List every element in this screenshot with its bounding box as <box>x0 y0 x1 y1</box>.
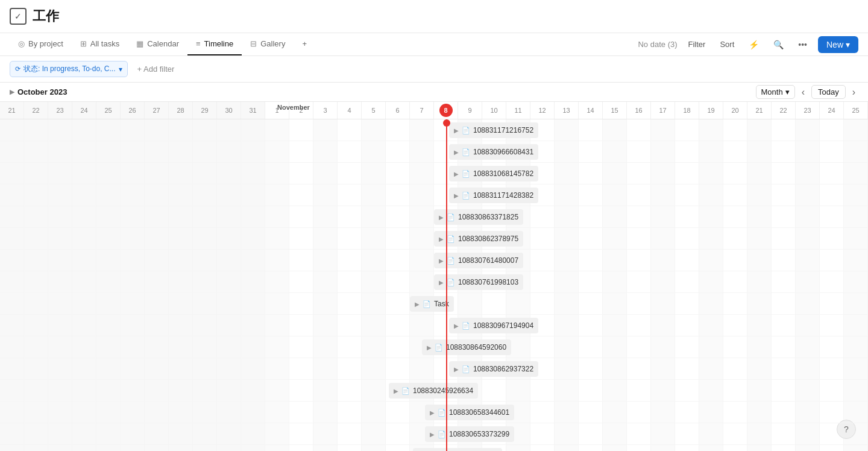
next-arrow[interactable]: › <box>849 86 858 99</box>
date-number: 25 <box>852 104 859 117</box>
task-expand-icon: ▶ <box>454 323 459 329</box>
add-filter-btn[interactable]: + Add filter <box>133 62 180 76</box>
date-cell-28: 28 <box>169 102 193 119</box>
date-number: 26 <box>128 104 136 117</box>
date-cell-1: 1 <box>265 102 289 119</box>
timeline-scroll-area: ▶📄108831171216752▶📄108830966608431▶📄1088… <box>0 119 868 451</box>
date-number: 25 <box>104 104 112 117</box>
task-item-5[interactable]: ▶📄108830862378975 <box>434 231 523 247</box>
task-row: ▶📄108830658344601 <box>0 402 868 423</box>
task-label: 108830862937322 <box>473 365 533 373</box>
expand-chevron-icon: ▶ <box>10 88 14 96</box>
tab-timeline[interactable]: ≡ Timeline <box>187 33 242 55</box>
month-chevron-icon: ▾ <box>785 87 790 96</box>
date-cell-24: 24 <box>72 102 96 119</box>
task-item-9[interactable]: ▶📄108830967194904 <box>449 318 538 333</box>
task-page-icon: 📄 <box>447 213 455 221</box>
task-item-11[interactable]: ▶📄108830862937322 <box>449 361 538 377</box>
date-cell-31: 31 <box>241 102 265 119</box>
task-row: ▶📄108830761480007 <box>0 250 868 271</box>
date-number: 27 <box>153 104 160 117</box>
task-row: ▶📄108830653373299 <box>0 423 868 445</box>
task-page-icon: 📄 <box>462 148 470 156</box>
task-label: Task <box>434 300 449 308</box>
task-item-15[interactable]: ▶📄108830553541622 <box>413 448 502 451</box>
date-number: 22 <box>32 104 39 117</box>
chevron-down-icon: ▾ <box>846 40 850 49</box>
task-item-10[interactable]: ▶📄108830864592060 <box>422 339 511 355</box>
date-cell-19: 19 <box>699 102 723 119</box>
new-button[interactable]: New ▾ <box>818 36 858 53</box>
task-page-icon: 📄 <box>462 127 470 134</box>
task-item-6[interactable]: ▶📄108830761480007 <box>434 253 523 268</box>
sort-btn[interactable]: Sort <box>716 37 738 51</box>
task-item-14[interactable]: ▶📄108830653373299 <box>425 426 514 442</box>
task-row: ▶📄108830967194904 <box>0 315 868 336</box>
tab-all-tasks[interactable]: ⊞ All tasks <box>72 33 128 55</box>
date-number: 30 <box>225 104 232 117</box>
task-item-1[interactable]: ▶📄108830966608431 <box>449 144 538 160</box>
task-expand-icon: ▶ <box>454 171 459 177</box>
app-container: ✓ 工作 ◎ By project ⊞ All tasks ▦ Calendar… <box>0 0 868 451</box>
date-cell-15: 15 <box>603 102 627 119</box>
date-cell-29: 29 <box>193 102 217 119</box>
tab-calendar[interactable]: ▦ Calendar <box>128 33 187 55</box>
task-row: ▶📄Task <box>0 293 868 315</box>
date-cell-27: 27 <box>145 102 169 119</box>
tab-by-project[interactable]: ◎ By project <box>10 33 72 55</box>
month-label-btn[interactable]: ▶ October 2023 <box>10 87 67 96</box>
date-cell-11: 11 <box>506 102 530 119</box>
date-number: 12 <box>538 104 546 117</box>
task-item-0[interactable]: ▶📄108831171216752 <box>449 122 538 138</box>
task-expand-icon: ▶ <box>439 279 444 286</box>
task-item-13[interactable]: ▶📄108830658344601 <box>425 405 514 420</box>
status-filter-tag[interactable]: ⟳ 状态: In progress, To-do, C... ▾ <box>10 61 128 77</box>
more-icon[interactable]: ••• <box>794 37 811 52</box>
date-number: 23 <box>56 104 63 117</box>
tab-gallery[interactable]: ⊟ Gallery <box>242 33 294 55</box>
task-row: ▶📄108830966608431 <box>0 141 868 163</box>
date-cell-6: 6 <box>386 102 410 119</box>
date-number: 9 <box>468 104 471 117</box>
task-expand-icon: ▶ <box>439 257 444 264</box>
search-icon[interactable]: 🔍 <box>770 37 787 52</box>
date-cell-22: 22 <box>772 102 796 119</box>
timeline-month-label: October 2023 <box>17 87 67 96</box>
timeline-main[interactable]: ▶📄108831171216752▶📄108830966608431▶📄1088… <box>0 119 868 451</box>
date-cell-12: 12 <box>530 102 555 119</box>
task-label: 108831171428382 <box>473 191 533 200</box>
date-cell-24: 24 <box>820 102 844 119</box>
date-cell-25: 25 <box>96 102 121 119</box>
date-number: 7 <box>420 104 423 117</box>
prev-arrow[interactable]: ‹ <box>799 86 808 99</box>
task-row: ▶📄108830864592060 <box>0 336 868 358</box>
task-item-4[interactable]: ▶📄108830863371825 <box>434 209 523 225</box>
today-button[interactable]: Today <box>811 85 846 99</box>
date-cell-30: 30 <box>217 102 241 119</box>
filter-chevron-icon: ▾ <box>119 65 122 74</box>
date-number: 1 <box>275 104 278 117</box>
date-cell-3: 3 <box>313 102 338 119</box>
task-expand-icon: ▶ <box>415 301 420 308</box>
date-number: 31 <box>249 104 256 117</box>
task-item-8[interactable]: ▶📄Task <box>410 296 454 312</box>
filter-btn[interactable]: Filter <box>685 37 709 51</box>
date-cell-4: 4 <box>338 102 362 119</box>
task-item-12[interactable]: ▶📄108830245926634 <box>389 383 478 399</box>
tab-add[interactable]: + <box>294 33 315 55</box>
task-row: ▶📄108830761998103 <box>0 271 868 293</box>
task-row: ▶📄108830862378975 <box>0 228 868 250</box>
lightning-icon[interactable]: ⚡ <box>745 37 763 52</box>
month-selector[interactable]: Month ▾ <box>756 85 795 99</box>
date-number: 14 <box>587 104 594 117</box>
app-header: ✓ 工作 <box>0 0 868 33</box>
task-item-7[interactable]: ▶📄108830761998103 <box>434 274 523 290</box>
task-expand-icon: ▶ <box>454 366 459 373</box>
task-label: 108830761480007 <box>458 256 518 265</box>
task-label: 108831171216752 <box>473 126 533 134</box>
date-strip: November 2122232425262728293031123456789… <box>0 102 868 119</box>
task-item-2[interactable]: ▶📄108831068145782 <box>449 166 538 181</box>
task-item-3[interactable]: ▶📄108831171428382 <box>449 188 538 203</box>
task-label: 108830653373299 <box>449 430 509 438</box>
date-cell-17: 17 <box>651 102 675 119</box>
